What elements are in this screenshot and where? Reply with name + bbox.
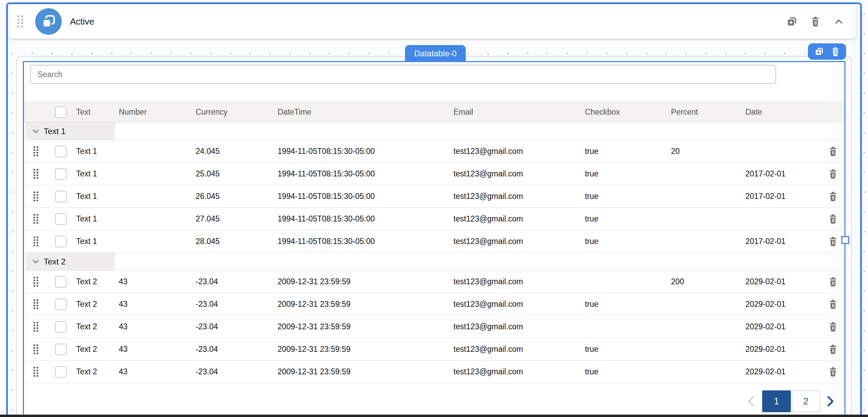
cell-percent: 200 bbox=[668, 277, 743, 286]
select-all-checkbox[interactable] bbox=[48, 106, 73, 118]
row-checkbox[interactable] bbox=[48, 366, 73, 378]
screen-title: Active bbox=[70, 16, 94, 27]
cell-checkbox: true bbox=[582, 345, 668, 354]
cell-email: test123@gmail.com bbox=[451, 322, 582, 331]
drag-handle-icon[interactable] bbox=[24, 344, 48, 355]
cell-number: 43 bbox=[116, 322, 193, 331]
table-row: Text 124.0451994-11-05T08:15:30-05:00tes… bbox=[24, 140, 844, 163]
drag-handle-icon[interactable] bbox=[24, 146, 48, 157]
cell-datetime: 1994-11-05T08:15:30-05:00 bbox=[275, 147, 451, 156]
column-header-date[interactable]: Date bbox=[743, 107, 821, 117]
drag-handle-icon[interactable] bbox=[24, 213, 48, 225]
collapse-chevron-up-icon[interactable] bbox=[834, 16, 844, 27]
cell-datetime: 2009-12-31 23:59:59 bbox=[275, 300, 451, 309]
cell-date: 2017-02-01 bbox=[743, 192, 821, 201]
cell-email: test123@gmail.com bbox=[451, 169, 582, 178]
cell-currency: 25.045 bbox=[193, 169, 275, 178]
chevron-down-icon[interactable] bbox=[31, 127, 40, 136]
delete-row-icon[interactable] bbox=[821, 236, 844, 247]
cell-email: test123@gmail.com bbox=[451, 147, 582, 156]
drag-handle-icon[interactable] bbox=[24, 299, 48, 310]
cell-checkbox: true bbox=[582, 237, 668, 246]
cell-text: Text 2 bbox=[73, 322, 116, 331]
cell-date: 2029-02-01 bbox=[743, 367, 821, 376]
row-checkbox[interactable] bbox=[48, 321, 73, 333]
cell-text: Text 2 bbox=[73, 367, 116, 376]
column-header-email[interactable]: Email bbox=[451, 107, 582, 117]
drag-handle-icon[interactable] bbox=[24, 276, 48, 287]
column-header-currency[interactable]: Currency bbox=[193, 107, 275, 117]
delete-row-icon[interactable] bbox=[821, 146, 844, 157]
cell-text: Text 2 bbox=[73, 345, 116, 354]
delete-row-icon[interactable] bbox=[821, 191, 844, 202]
component-tab[interactable]: Datatable-0 bbox=[405, 45, 466, 62]
datatable: TextNumberCurrencyDateTimeEmailCheckboxP… bbox=[24, 102, 844, 413]
previous-page-icon[interactable] bbox=[745, 394, 758, 409]
row-checkbox[interactable] bbox=[48, 236, 73, 247]
cell-email: test123@gmail.com bbox=[451, 237, 582, 246]
drag-handle-icon[interactable] bbox=[24, 168, 48, 179]
delete-row-icon[interactable] bbox=[821, 276, 844, 287]
cell-datetime: 2009-12-31 23:59:59 bbox=[275, 367, 451, 376]
column-header-number[interactable]: Number bbox=[116, 107, 193, 117]
delete-row-icon[interactable] bbox=[821, 214, 844, 224]
row-checkbox[interactable] bbox=[48, 191, 73, 202]
page-button-2[interactable]: 2 bbox=[792, 390, 820, 412]
resize-handle[interactable] bbox=[841, 236, 849, 244]
search-input[interactable] bbox=[30, 65, 776, 84]
cell-email: test123@gmail.com bbox=[451, 277, 582, 286]
delete-row-icon[interactable] bbox=[821, 299, 844, 310]
table-row: Text 243-23.042009-12-31 23:59:59test123… bbox=[24, 293, 844, 316]
cell-text: Text 1 bbox=[73, 147, 116, 156]
column-header-percent[interactable]: Percent bbox=[668, 107, 743, 117]
delete-row-icon[interactable] bbox=[821, 344, 844, 355]
trash-icon[interactable] bbox=[831, 47, 840, 57]
table-row: Text 127.0451994-11-05T08:15:30-05:00tes… bbox=[24, 208, 844, 230]
group-label: Text 1 bbox=[44, 127, 66, 136]
group-header[interactable]: Text 2 bbox=[26, 253, 115, 270]
cell-currency: -23.04 bbox=[193, 277, 275, 286]
header-actions bbox=[786, 16, 844, 27]
table-row: Text 126.0451994-11-05T08:15:30-05:00tes… bbox=[24, 185, 844, 208]
delete-row-icon[interactable] bbox=[821, 169, 844, 179]
drag-handle-icon[interactable] bbox=[24, 321, 48, 332]
trash-icon[interactable] bbox=[810, 16, 821, 27]
drag-handle-icon[interactable] bbox=[24, 191, 48, 202]
drag-handle-icon[interactable] bbox=[24, 236, 48, 247]
next-page-icon[interactable] bbox=[823, 393, 837, 409]
column-header-datetime[interactable]: DateTime bbox=[275, 107, 451, 117]
page-button-1[interactable]: 1 bbox=[762, 390, 791, 412]
cell-checkbox: true bbox=[582, 214, 668, 224]
duplicate-icon[interactable] bbox=[814, 47, 824, 56]
cell-number: 43 bbox=[116, 300, 193, 309]
drag-handle-icon[interactable] bbox=[24, 366, 48, 377]
cell-date: 2029-02-01 bbox=[743, 345, 821, 354]
cell-currency: 28.045 bbox=[193, 237, 275, 246]
row-checkbox[interactable] bbox=[48, 344, 73, 355]
table-row: Text 128.0451994-11-05T08:15:30-05:00tes… bbox=[24, 230, 844, 253]
table-row: Text 243-23.042009-12-31 23:59:59test123… bbox=[24, 271, 844, 293]
column-header-checkbox[interactable]: Checkbox bbox=[582, 107, 668, 117]
group-row: Text 1 bbox=[24, 123, 844, 140]
drag-handle-icon[interactable] bbox=[16, 14, 25, 29]
datatable-component[interactable]: TextNumberCurrencyDateTimeEmailCheckboxP… bbox=[23, 61, 845, 417]
row-checkbox[interactable] bbox=[48, 276, 73, 288]
cell-datetime: 2009-12-31 23:59:59 bbox=[275, 277, 451, 286]
delete-row-icon[interactable] bbox=[821, 321, 844, 332]
cell-number: 43 bbox=[116, 367, 193, 376]
column-header-text[interactable]: Text bbox=[73, 107, 116, 117]
row-checkbox[interactable] bbox=[48, 213, 73, 225]
delete-row-icon[interactable] bbox=[821, 366, 844, 377]
chevron-down-icon[interactable] bbox=[31, 257, 40, 266]
cell-date: 2029-02-01 bbox=[743, 322, 821, 331]
cell-checkbox: true bbox=[582, 300, 668, 309]
row-checkbox[interactable] bbox=[48, 146, 73, 157]
group-header[interactable]: Text 1 bbox=[26, 123, 115, 140]
cell-datetime: 1994-11-05T08:15:30-05:00 bbox=[275, 192, 451, 201]
row-checkbox[interactable] bbox=[48, 299, 73, 310]
cell-text: Text 1 bbox=[73, 169, 116, 178]
duplicate-icon[interactable] bbox=[786, 16, 797, 27]
component-action-pill bbox=[808, 43, 846, 60]
cell-datetime: 2009-12-31 23:59:59 bbox=[275, 322, 451, 331]
row-checkbox[interactable] bbox=[48, 168, 73, 180]
